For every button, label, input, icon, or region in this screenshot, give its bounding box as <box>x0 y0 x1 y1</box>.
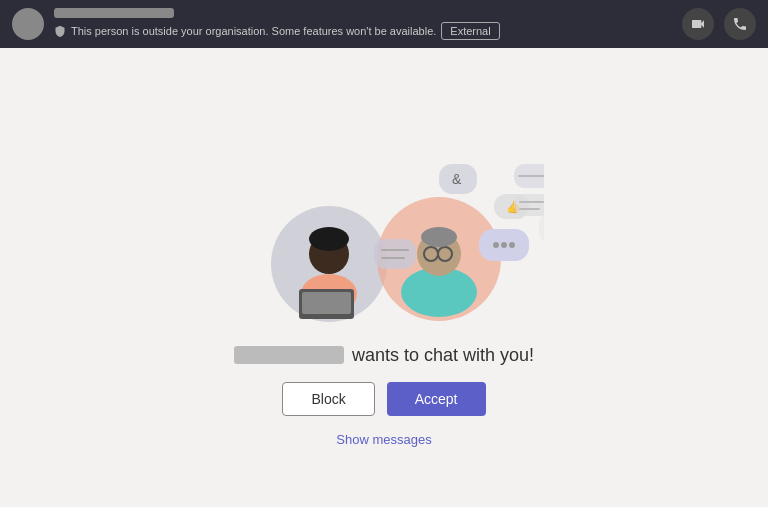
svg-point-18 <box>509 242 515 248</box>
cta-section: wants to chat with you! Block Accept Sho… <box>234 345 534 447</box>
svg-rect-25 <box>539 214 544 242</box>
svg-text:&: & <box>452 171 462 187</box>
phone-call-button[interactable] <box>724 8 756 40</box>
video-camera-icon <box>690 16 706 32</box>
svg-point-4 <box>309 227 349 251</box>
sender-name-blur <box>234 346 344 364</box>
avatar <box>12 8 44 40</box>
svg-point-16 <box>493 242 499 248</box>
contact-info: This person is outside your organisation… <box>12 8 500 40</box>
accept-button[interactable]: Accept <box>387 382 486 416</box>
svg-rect-6 <box>302 292 351 314</box>
phone-icon <box>732 16 748 32</box>
illustration: 👍 & <box>224 109 544 329</box>
svg-point-12 <box>421 227 457 247</box>
show-messages-button[interactable]: Show messages <box>336 432 431 447</box>
svg-point-17 <box>501 242 507 248</box>
contact-name-blur <box>54 8 174 18</box>
header-actions <box>682 8 756 40</box>
cta-buttons: Block Accept <box>282 382 485 416</box>
cta-message: wants to chat with you! <box>352 345 534 366</box>
main-content: 👍 & <box>0 48 768 507</box>
external-badge[interactable]: External <box>441 22 499 40</box>
svg-rect-28 <box>514 194 544 216</box>
header-info: This person is outside your organisation… <box>54 8 500 40</box>
cta-text: wants to chat with you! <box>234 345 534 366</box>
block-button[interactable]: Block <box>282 382 374 416</box>
external-notice: This person is outside your organisation… <box>54 22 500 40</box>
notice-text: This person is outside your organisation… <box>71 25 436 37</box>
video-call-button[interactable] <box>682 8 714 40</box>
chat-illustration: 👍 & <box>224 109 544 329</box>
title-bar: This person is outside your organisation… <box>0 0 768 48</box>
shield-icon <box>54 25 66 37</box>
